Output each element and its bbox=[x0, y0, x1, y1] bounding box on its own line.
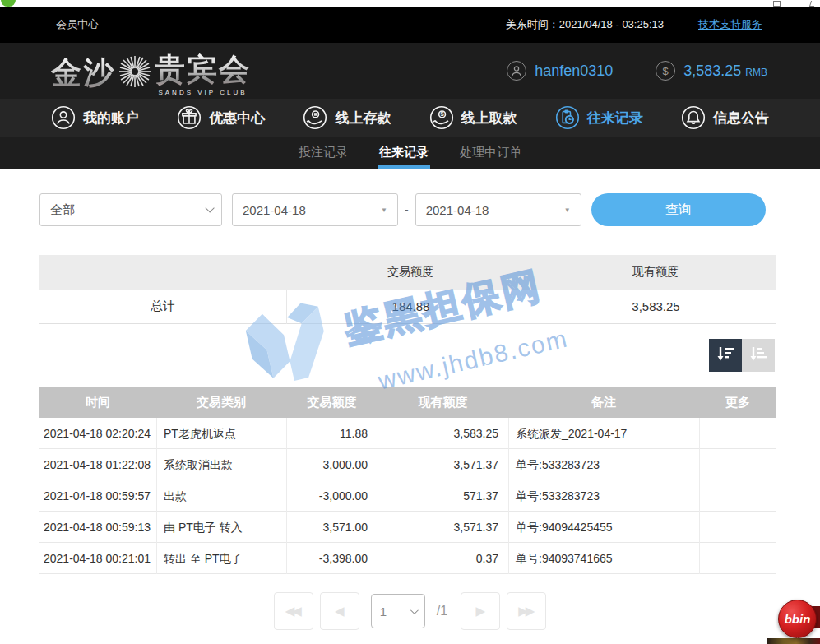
sort-ascending-button[interactable] bbox=[742, 339, 775, 372]
sunburst-icon bbox=[117, 53, 153, 93]
table-row: 2021-04-18 01:22:08 系统取消出款 3,000.00 3,57… bbox=[39, 449, 776, 480]
table-header-row: 时间 交易类别 交易额度 现有额度 备注 更多 bbox=[39, 387, 776, 418]
sort-desc-icon bbox=[716, 344, 735, 367]
col-header-balance: 现有额度 bbox=[378, 387, 508, 418]
cell-note: 单号:533283723 bbox=[508, 480, 699, 512]
records-icon bbox=[555, 105, 580, 130]
member-center-label: 会员中心 bbox=[56, 17, 99, 32]
cell-more bbox=[699, 543, 776, 574]
balance-amount: 3,583.25 bbox=[683, 63, 741, 79]
cell-amount: 3,000.00 bbox=[286, 449, 378, 480]
date-to-input[interactable]: 2021-04-18 ▼ bbox=[415, 193, 581, 226]
cell-time: 2021-04-18 01:22:08 bbox=[39, 449, 156, 480]
nav-label: 优惠中心 bbox=[209, 109, 265, 127]
nav-announcements[interactable]: 信息公告 bbox=[681, 105, 769, 130]
summary-transaction-total: 184.88 bbox=[286, 290, 535, 324]
currency-label: RMB bbox=[745, 67, 767, 78]
date-from-input[interactable]: 2021-04-18 ▼ bbox=[232, 193, 398, 226]
cell-amount: 3,571.00 bbox=[286, 512, 378, 543]
user-avatar-icon bbox=[507, 61, 526, 81]
nav-deposit[interactable]: 线上存款 bbox=[303, 105, 391, 130]
cell-type: 由 PT电子 转入 bbox=[156, 512, 286, 543]
utility-bar: 会员中心 美东时间：2021/04/18 - 03:25:13 技术支持服务 bbox=[0, 7, 820, 43]
cell-time: 2021-04-18 00:59:13 bbox=[39, 512, 156, 543]
watermark-url: www.jhdb8.com bbox=[375, 318, 598, 396]
cell-note: 单号:533283723 bbox=[508, 449, 699, 480]
bbin-logo-text: bbin bbox=[785, 612, 811, 626]
date-from-value: 2021-04-18 bbox=[243, 203, 306, 217]
dollar-icon: $ bbox=[656, 61, 675, 81]
prev-page-button[interactable]: ◀ bbox=[320, 592, 359, 630]
pagination: ◀◀ ◀ 1 /1 ▶ ▶▶ bbox=[0, 592, 820, 630]
cell-balance: 3,571.37 bbox=[378, 449, 508, 480]
browser-menu-icon bbox=[809, 1, 816, 7]
date-to-value: 2021-04-18 bbox=[426, 203, 489, 217]
user-balance[interactable]: $ 3,583.25 RMB bbox=[656, 61, 767, 81]
user-account[interactable]: hanfen0310 bbox=[507, 61, 613, 81]
cell-time: 2021-04-18 02:20:24 bbox=[39, 418, 156, 449]
nav-label: 信息公告 bbox=[713, 109, 769, 127]
nav-transactions[interactable]: 往来记录 bbox=[555, 105, 643, 130]
type-select-value: 全部 bbox=[50, 202, 75, 218]
browser-chrome-strip bbox=[0, 0, 820, 7]
tab-transaction-records[interactable]: 往来记录 bbox=[378, 137, 430, 169]
table-row: 2021-04-18 00:59:13 由 PT电子 转入 3,571.00 3… bbox=[39, 512, 776, 543]
browser-window-icon bbox=[773, 1, 781, 7]
site-header: 金沙 贵宾会 bbox=[0, 43, 820, 99]
transactions-table: 时间 交易类别 交易额度 现有额度 备注 更多 2021-04-18 02:20… bbox=[39, 387, 776, 574]
sub-nav: 投注记录 往来记录 处理中订单 bbox=[0, 137, 820, 169]
sort-descending-button[interactable] bbox=[709, 339, 742, 372]
nav-promotions[interactable]: 优惠中心 bbox=[177, 105, 265, 130]
cell-more bbox=[699, 449, 776, 480]
cell-more bbox=[699, 512, 776, 543]
chevron-down-icon bbox=[205, 203, 214, 212]
table-row: 2021-04-18 00:21:01 转出 至 PT电子 -3,398.00 … bbox=[39, 543, 776, 574]
col-header-note: 备注 bbox=[508, 387, 699, 418]
cell-amount: 11.88 bbox=[286, 418, 378, 449]
last-page-button[interactable]: ▶▶ bbox=[507, 592, 546, 630]
next-page-button[interactable]: ▶ bbox=[461, 592, 500, 630]
cell-type: 出款 bbox=[156, 480, 286, 512]
summary-balance-total: 3,583.25 bbox=[535, 290, 776, 324]
type-select[interactable]: 全部 bbox=[39, 193, 222, 226]
cell-balance: 571.37 bbox=[378, 480, 508, 512]
table-row: 2021-04-18 02:20:24 PT老虎机返点 11.88 3,583.… bbox=[39, 418, 776, 449]
cell-balance: 3,571.37 bbox=[378, 512, 508, 543]
site-logo[interactable]: 金沙 贵宾会 bbox=[51, 49, 251, 96]
first-page-button[interactable]: ◀◀ bbox=[274, 592, 313, 630]
page-total-label: /1 bbox=[437, 604, 447, 619]
user-icon bbox=[51, 105, 76, 130]
clipped-widget-strip bbox=[767, 638, 820, 644]
date-range-separator: - bbox=[405, 203, 409, 216]
nav-my-account[interactable]: 我的账户 bbox=[51, 105, 139, 130]
tech-support-link[interactable]: 技术支持服务 bbox=[698, 17, 762, 32]
nav-withdraw[interactable]: $ 线上取款 bbox=[429, 105, 517, 130]
deposit-icon bbox=[303, 105, 327, 130]
cell-note: 单号:94094425455 bbox=[508, 512, 699, 543]
nav-label: 我的账户 bbox=[83, 109, 139, 127]
tab-bet-records[interactable]: 投注记录 bbox=[297, 137, 350, 169]
bbin-logo-button[interactable]: bbin bbox=[778, 600, 817, 638]
summary-table: 交易额度 现有额度 总计 184.88 3,583.25 bbox=[39, 255, 776, 324]
col-header-type: 交易类别 bbox=[156, 387, 286, 418]
caret-down-icon: ▼ bbox=[564, 206, 571, 214]
logo-subtitle: SANDS VIP CLUB bbox=[158, 89, 247, 96]
nav-label: 线上存款 bbox=[335, 109, 391, 127]
summary-header-balance: 现有额度 bbox=[535, 265, 776, 280]
username: hanfen0310 bbox=[535, 63, 613, 80]
logo-text-left: 金沙 bbox=[51, 53, 115, 94]
query-button[interactable]: 查询 bbox=[591, 193, 766, 226]
page-select[interactable]: 1 bbox=[371, 594, 425, 628]
main-nav: 我的账户 优惠中心 线上存款 $ 线上取款 bbox=[0, 99, 820, 137]
bell-icon bbox=[681, 105, 706, 130]
col-header-time: 时间 bbox=[39, 387, 156, 418]
us-time-label: 美东时间：2021/04/18 - 03:25:13 bbox=[506, 17, 664, 32]
tab-pending-orders[interactable]: 处理中订单 bbox=[458, 137, 523, 169]
logo-text-right: 贵宾会 bbox=[155, 49, 251, 90]
sort-asc-icon bbox=[748, 344, 768, 367]
summary-total-label: 总计 bbox=[39, 299, 286, 314]
cell-type: PT老虎机返点 bbox=[156, 418, 286, 449]
cell-time: 2021-04-18 00:21:01 bbox=[39, 543, 156, 574]
cell-balance: 0.37 bbox=[378, 543, 508, 574]
cell-note: 单号:94093741665 bbox=[508, 543, 699, 574]
